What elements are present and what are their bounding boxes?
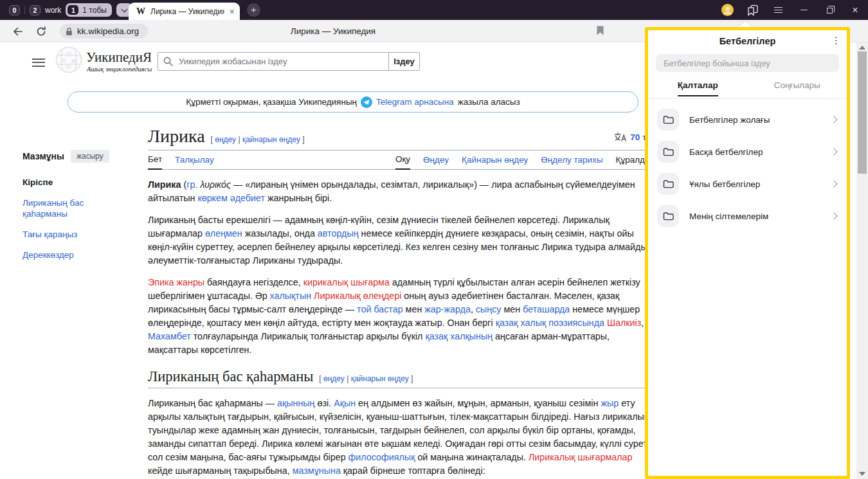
wiki-search-button[interactable]: Іздеу xyxy=(388,52,420,71)
window-minimize-button[interactable] xyxy=(795,0,812,20)
paragraph-2: Лириканың басты ерекшелігі — адамның көң… xyxy=(148,213,655,267)
tab-talk[interactable]: Талқылау xyxy=(175,155,214,169)
hamburger-icon xyxy=(774,5,782,15)
section-heading: Лириканың бас қаһарманы xyxy=(148,368,313,385)
tab-close-icon[interactable]: × xyxy=(230,7,235,16)
toc-title: Мазмұны xyxy=(23,151,64,161)
bookmarks-panel-title: Бетбелгілер xyxy=(648,36,847,46)
browser-menu-button[interactable] xyxy=(770,0,786,20)
banner-text-prefix: Құрметті оқырман, қазақша Уикипедияның xyxy=(186,97,357,107)
bookmarks-toolbar-button[interactable] xyxy=(744,0,761,20)
article-tabs: Бет Талқылау Оқу Өңдеу Қайнарын өңдеу Өң… xyxy=(148,150,655,170)
tab-recent[interactable]: Соңғылары xyxy=(748,80,847,96)
paragraph-3: Эпика жанры баяндауға негізделсе, кирика… xyxy=(148,276,655,357)
folder-icon xyxy=(657,109,679,131)
workspace-label[interactable]: work xyxy=(45,6,61,15)
bookmarks-icon xyxy=(746,5,759,16)
tab-page[interactable]: Бет xyxy=(148,154,162,170)
bookmarks-panel: Бетбелгілер ⋮ Қалталар Соңғылары Бетбелг… xyxy=(645,27,850,479)
tab-counter-badge[interactable]: 0 xyxy=(9,5,20,15)
folder-row-other-bookmarks[interactable]: Басқа бетбелгілер xyxy=(648,136,847,168)
wikipedia-tagline: Ашық энциклопедиясы xyxy=(87,66,152,73)
panel-divider xyxy=(648,98,847,99)
folder-row-bookmarks-bar[interactable]: Бетбелгілер жолағы xyxy=(648,104,847,136)
browser-tab-bar: 0 2 work 1 1 тобы W Лирика — Уикипедия ×… xyxy=(0,0,868,20)
reload-button[interactable] xyxy=(36,20,46,42)
avatar-icon xyxy=(721,4,734,16)
article-title: Лирика xyxy=(148,126,205,147)
folder-row-my-links[interactable]: Менің сілтемелерім xyxy=(648,200,847,232)
tab-folders[interactable]: Қалталар xyxy=(648,80,748,96)
article-title-row: Лирика [ өңдеу | қайнарын өңдеу ] 70 тіл xyxy=(148,126,655,150)
toc-item-main-hero[interactable]: Лириканың бас қаһарманы xyxy=(23,197,129,219)
panel-pointer-arrow xyxy=(738,21,752,27)
paragraph-4: Лириканың бас қаһарманы — ақынның өзі. А… xyxy=(148,397,655,478)
wikipedia-globe-icon xyxy=(55,46,82,73)
scrollbar-thumb[interactable] xyxy=(858,51,867,174)
tab-group-label: 1 тобы xyxy=(82,6,107,15)
folder-icon xyxy=(657,141,679,163)
scroll-up-arrow-icon[interactable] xyxy=(859,46,865,50)
page-title: Лирика — Уикипедия xyxy=(291,20,375,42)
toc-item-references[interactable]: Дереккөздер xyxy=(23,249,129,260)
wiki-search-box[interactable] xyxy=(158,52,389,71)
bookmarks-folder-list: Бетбелгілер жолағы Басқа бетбелгілер Ұял… xyxy=(648,104,847,232)
back-arrow-icon xyxy=(12,26,23,37)
tab-edit-source[interactable]: Қайнарын өңдеу xyxy=(462,155,528,169)
wikipedia-logo[interactable] xyxy=(55,46,82,76)
wikipedia-wordmark[interactable]: УикипедиЯ xyxy=(86,50,152,66)
chevron-right-icon xyxy=(830,116,837,123)
url-text: kk.wikipedia.org xyxy=(77,26,139,36)
page-scrollbar[interactable] xyxy=(856,42,868,479)
section-edit-links[interactable]: [ өңдеу | қайнарын өңдеу ] xyxy=(319,374,413,383)
hamburger-icon xyxy=(32,59,45,67)
tab-bar-divider xyxy=(24,6,25,14)
folder-icon xyxy=(657,205,679,227)
kebab-menu-icon[interactable]: ⋮ xyxy=(831,35,841,46)
tab-history[interactable]: Өңделу тарихы xyxy=(541,155,602,169)
bookmark-flag-icon xyxy=(597,26,604,35)
table-of-contents: Мазмұны жасыру Кіріспе Лириканың бас қаһ… xyxy=(23,150,129,260)
toc-item-see-also[interactable]: Тағы қараңыз xyxy=(23,229,129,240)
active-tab[interactable]: W Лирика — Уикипедия × xyxy=(129,3,240,20)
profile-avatar[interactable] xyxy=(719,0,736,20)
folder-row-mobile-bookmarks[interactable]: Ұялы бетбелгілер xyxy=(648,168,847,200)
tab-groups-cluster: 0 2 work 1 1 тобы xyxy=(9,0,132,20)
toc-item-intro[interactable]: Кіріспе xyxy=(23,177,129,188)
bookmark-flag-button[interactable] xyxy=(597,26,604,38)
bookmarks-search-input[interactable] xyxy=(656,54,839,72)
toc-hide-button[interactable]: жасыру xyxy=(71,150,109,163)
chevron-right-icon xyxy=(830,212,837,219)
paragraph-1: Лирика (гр. λυρικός — «лираның үнімен ор… xyxy=(148,178,655,205)
restore-icon xyxy=(827,8,833,14)
chevron-right-icon xyxy=(830,180,837,187)
search-icon xyxy=(163,57,173,66)
tab-group-pill[interactable]: 1 1 тобы xyxy=(66,3,112,17)
section-heading-row: Лириканың бас қаһарманы [ өңдеу | қайнар… xyxy=(148,368,655,388)
title-edit-links[interactable]: [ өңдеу | қайнарын өңдеу ] xyxy=(211,135,305,144)
folder-icon xyxy=(657,173,679,195)
tab-group-count-badge: 1 xyxy=(68,5,78,15)
tab-read[interactable]: Оқу xyxy=(395,154,410,170)
chevron-down-icon xyxy=(121,6,127,12)
tab-edit[interactable]: Өңдеу xyxy=(423,155,449,169)
language-icon xyxy=(614,132,627,142)
tab-title: Лирика — Уикипедия xyxy=(150,7,224,16)
banner-text-suffix: жазыла аласыз xyxy=(458,97,520,107)
window-restore-button[interactable] xyxy=(821,0,838,20)
article: Лирика [ өңдеу | қайнарын өңдеу ] 70 тіл xyxy=(148,126,655,479)
workspace-count-badge[interactable]: 2 xyxy=(30,5,41,15)
chevron-right-icon xyxy=(830,148,837,155)
back-button[interactable] xyxy=(12,20,23,42)
telegram-channel-link[interactable]: Telegram арнасына xyxy=(376,97,454,107)
lock-icon xyxy=(66,27,73,36)
window-close-button[interactable]: × xyxy=(847,0,863,20)
wikipedia-favicon: W xyxy=(136,6,145,17)
wiki-search-input[interactable] xyxy=(177,56,383,67)
url-field[interactable]: kk.wikipedia.org xyxy=(60,24,148,39)
wiki-menu-button[interactable] xyxy=(32,56,45,69)
scroll-down-arrow-icon[interactable] xyxy=(859,472,865,476)
reload-icon xyxy=(36,26,46,37)
screen: 0 2 work 1 1 тобы W Лирика — Уикипедия ×… xyxy=(0,0,868,479)
new-tab-button[interactable]: + xyxy=(247,3,260,17)
